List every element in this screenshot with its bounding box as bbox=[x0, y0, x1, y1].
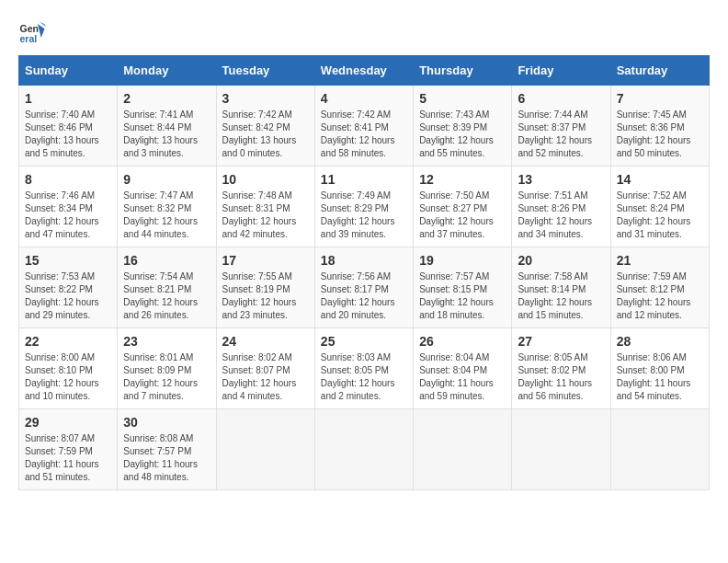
day-number: 21 bbox=[617, 253, 703, 268]
day-number: 10 bbox=[222, 172, 309, 187]
logo: Gen eral bbox=[18, 18, 50, 46]
header-cell-thursday: Thursday bbox=[414, 56, 512, 86]
day-number: 8 bbox=[25, 172, 111, 187]
day-info: Sunrise: 7:53 AMSunset: 8:22 PMDaylight:… bbox=[25, 271, 99, 320]
day-cell: 2 Sunrise: 7:41 AMSunset: 8:44 PMDayligh… bbox=[118, 86, 216, 167]
day-number: 19 bbox=[419, 253, 506, 268]
day-info: Sunrise: 8:06 AMSunset: 8:00 PMDaylight:… bbox=[617, 352, 691, 401]
day-info: Sunrise: 8:02 AMSunset: 8:07 PMDaylight:… bbox=[222, 352, 297, 401]
day-cell: 7 Sunrise: 7:45 AMSunset: 8:36 PMDayligh… bbox=[610, 86, 709, 167]
day-cell: 21 Sunrise: 7:59 AMSunset: 8:12 PMDaylig… bbox=[610, 247, 709, 328]
day-cell: 30 Sunrise: 8:08 AMSunset: 7:57 PMDaylig… bbox=[118, 409, 216, 490]
day-cell: 16 Sunrise: 7:54 AMSunset: 8:21 PMDaylig… bbox=[118, 247, 216, 328]
day-info: Sunrise: 7:45 AMSunset: 8:36 PMDaylight:… bbox=[617, 109, 691, 158]
day-info: Sunrise: 7:42 AMSunset: 8:41 PMDaylight:… bbox=[321, 109, 395, 158]
day-cell: 17 Sunrise: 7:55 AMSunset: 8:19 PMDaylig… bbox=[216, 247, 314, 328]
day-info: Sunrise: 7:48 AMSunset: 8:31 PMDaylight:… bbox=[222, 190, 297, 239]
calendar-body: 1 Sunrise: 7:40 AMSunset: 8:46 PMDayligh… bbox=[19, 86, 710, 490]
logo-icon: Gen eral bbox=[18, 18, 46, 46]
day-cell: 9 Sunrise: 7:47 AMSunset: 8:32 PMDayligh… bbox=[118, 167, 216, 247]
day-info: Sunrise: 7:55 AMSunset: 8:19 PMDaylight:… bbox=[222, 271, 297, 320]
day-number: 25 bbox=[321, 334, 407, 349]
day-cell bbox=[512, 409, 610, 490]
day-cell: 10 Sunrise: 7:48 AMSunset: 8:31 PMDaylig… bbox=[216, 167, 314, 247]
day-number: 1 bbox=[25, 91, 111, 106]
day-number: 7 bbox=[617, 91, 703, 106]
svg-marker-2 bbox=[38, 24, 45, 38]
calendar-table: SundayMondayTuesdayWednesdayThursdayFrid… bbox=[18, 55, 710, 490]
day-number: 30 bbox=[123, 415, 210, 430]
day-info: Sunrise: 8:01 AMSunset: 8:09 PMDaylight:… bbox=[123, 352, 198, 401]
day-info: Sunrise: 8:05 AMSunset: 8:02 PMDaylight:… bbox=[518, 352, 592, 401]
day-info: Sunrise: 7:49 AMSunset: 8:29 PMDaylight:… bbox=[321, 190, 395, 239]
header-cell-saturday: Saturday bbox=[610, 56, 709, 86]
day-number: 18 bbox=[321, 253, 407, 268]
day-cell: 28 Sunrise: 8:06 AMSunset: 8:00 PMDaylig… bbox=[610, 328, 709, 409]
day-info: Sunrise: 8:07 AMSunset: 7:59 PMDaylight:… bbox=[25, 433, 99, 482]
day-info: Sunrise: 7:43 AMSunset: 8:39 PMDaylight:… bbox=[419, 109, 494, 158]
header-cell-friday: Friday bbox=[512, 56, 610, 86]
svg-text:eral: eral bbox=[20, 33, 38, 44]
day-info: Sunrise: 7:56 AMSunset: 8:17 PMDaylight:… bbox=[321, 271, 395, 320]
day-number: 23 bbox=[123, 334, 210, 349]
day-cell: 19 Sunrise: 7:57 AMSunset: 8:15 PMDaylig… bbox=[414, 247, 512, 328]
day-cell: 1 Sunrise: 7:40 AMSunset: 8:46 PMDayligh… bbox=[19, 86, 118, 167]
day-cell: 6 Sunrise: 7:44 AMSunset: 8:37 PMDayligh… bbox=[512, 86, 610, 167]
day-info: Sunrise: 7:58 AMSunset: 8:14 PMDaylight:… bbox=[518, 271, 592, 320]
day-info: Sunrise: 7:52 AMSunset: 8:24 PMDaylight:… bbox=[617, 190, 691, 239]
day-cell: 13 Sunrise: 7:51 AMSunset: 8:26 PMDaylig… bbox=[512, 167, 610, 247]
day-number: 24 bbox=[222, 334, 309, 349]
day-cell: 15 Sunrise: 7:53 AMSunset: 8:22 PMDaylig… bbox=[19, 247, 118, 328]
day-cell bbox=[314, 409, 413, 490]
day-number: 14 bbox=[617, 172, 703, 187]
day-info: Sunrise: 7:51 AMSunset: 8:26 PMDaylight:… bbox=[518, 190, 592, 239]
day-cell: 22 Sunrise: 8:00 AMSunset: 8:10 PMDaylig… bbox=[19, 328, 118, 409]
day-cell: 25 Sunrise: 8:03 AMSunset: 8:05 PMDaylig… bbox=[314, 328, 413, 409]
day-number: 28 bbox=[617, 334, 703, 349]
day-number: 29 bbox=[25, 415, 111, 430]
day-info: Sunrise: 7:54 AMSunset: 8:21 PMDaylight:… bbox=[123, 271, 198, 320]
header-cell-tuesday: Tuesday bbox=[216, 56, 314, 86]
day-info: Sunrise: 7:42 AMSunset: 8:42 PMDaylight:… bbox=[222, 109, 297, 158]
header-cell-monday: Monday bbox=[118, 56, 216, 86]
day-info: Sunrise: 7:44 AMSunset: 8:37 PMDaylight:… bbox=[518, 109, 592, 158]
day-cell bbox=[216, 409, 314, 490]
day-info: Sunrise: 7:41 AMSunset: 8:44 PMDaylight:… bbox=[123, 109, 198, 158]
day-cell: 12 Sunrise: 7:50 AMSunset: 8:27 PMDaylig… bbox=[414, 167, 512, 247]
day-number: 20 bbox=[518, 253, 604, 268]
day-number: 13 bbox=[518, 172, 604, 187]
day-number: 6 bbox=[518, 91, 604, 106]
week-row-5: 29 Sunrise: 8:07 AMSunset: 7:59 PMDaylig… bbox=[19, 409, 710, 490]
day-cell: 26 Sunrise: 8:04 AMSunset: 8:04 PMDaylig… bbox=[414, 328, 512, 409]
day-info: Sunrise: 7:40 AMSunset: 8:46 PMDaylight:… bbox=[25, 109, 99, 158]
day-cell: 20 Sunrise: 7:58 AMSunset: 8:14 PMDaylig… bbox=[512, 247, 610, 328]
day-cell: 14 Sunrise: 7:52 AMSunset: 8:24 PMDaylig… bbox=[610, 167, 709, 247]
day-info: Sunrise: 7:57 AMSunset: 8:15 PMDaylight:… bbox=[419, 271, 494, 320]
header-cell-wednesday: Wednesday bbox=[314, 56, 413, 86]
day-number: 5 bbox=[419, 91, 506, 106]
day-cell bbox=[414, 409, 512, 490]
day-cell: 11 Sunrise: 7:49 AMSunset: 8:29 PMDaylig… bbox=[314, 167, 413, 247]
day-number: 4 bbox=[321, 91, 407, 106]
header: Gen eral bbox=[18, 18, 710, 46]
week-row-2: 8 Sunrise: 7:46 AMSunset: 8:34 PMDayligh… bbox=[19, 167, 710, 247]
day-cell: 24 Sunrise: 8:02 AMSunset: 8:07 PMDaylig… bbox=[216, 328, 314, 409]
day-cell: 23 Sunrise: 8:01 AMSunset: 8:09 PMDaylig… bbox=[118, 328, 216, 409]
day-number: 17 bbox=[222, 253, 309, 268]
week-row-4: 22 Sunrise: 8:00 AMSunset: 8:10 PMDaylig… bbox=[19, 328, 710, 409]
week-row-3: 15 Sunrise: 7:53 AMSunset: 8:22 PMDaylig… bbox=[19, 247, 710, 328]
week-row-1: 1 Sunrise: 7:40 AMSunset: 8:46 PMDayligh… bbox=[19, 86, 710, 167]
day-number: 16 bbox=[123, 253, 210, 268]
header-row: SundayMondayTuesdayWednesdayThursdayFrid… bbox=[19, 56, 710, 86]
day-info: Sunrise: 8:04 AMSunset: 8:04 PMDaylight:… bbox=[419, 352, 494, 401]
day-cell: 4 Sunrise: 7:42 AMSunset: 8:41 PMDayligh… bbox=[314, 86, 413, 167]
day-cell: 5 Sunrise: 7:43 AMSunset: 8:39 PMDayligh… bbox=[414, 86, 512, 167]
calendar-header: SundayMondayTuesdayWednesdayThursdayFrid… bbox=[19, 56, 710, 86]
day-number: 11 bbox=[321, 172, 407, 187]
day-number: 22 bbox=[25, 334, 111, 349]
day-number: 15 bbox=[25, 253, 111, 268]
day-cell: 18 Sunrise: 7:56 AMSunset: 8:17 PMDaylig… bbox=[314, 247, 413, 328]
day-info: Sunrise: 7:59 AMSunset: 8:12 PMDaylight:… bbox=[617, 271, 691, 320]
day-cell: 27 Sunrise: 8:05 AMSunset: 8:02 PMDaylig… bbox=[512, 328, 610, 409]
day-info: Sunrise: 8:08 AMSunset: 7:57 PMDaylight:… bbox=[123, 433, 198, 482]
